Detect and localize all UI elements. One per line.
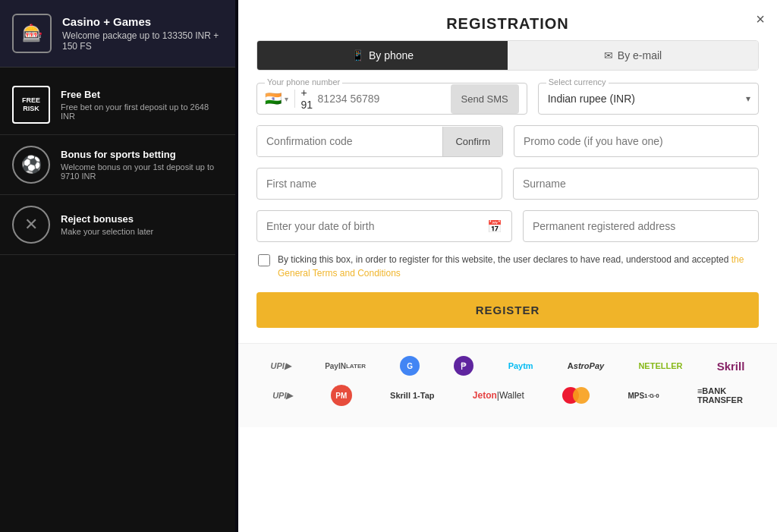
paytm-logo: Paytm <box>508 361 533 370</box>
modal-title: REGISTRATION <box>261 15 754 33</box>
astropay-logo: AstroPay <box>568 361 604 370</box>
confirmation-field: Confirm <box>256 125 503 157</box>
payment-section: UPI▶ PayINLATER G ₱ Paytm AstroPay NETEL… <box>238 343 777 427</box>
register-button[interactable]: REGISTER <box>256 292 759 328</box>
casino-title: Casino + Games <box>62 15 223 28</box>
terms-row: By ticking this box, in order to registe… <box>256 253 759 280</box>
terms-checkbox[interactable] <box>258 254 270 266</box>
free-bet-desc: Free bet on your first deposit up to 264… <box>61 102 223 121</box>
surname-input[interactable] <box>513 168 759 200</box>
chevron-down-icon: ▾ <box>285 95 288 103</box>
skrill-logo-1: Skrill <box>717 360 745 373</box>
registration-tabs: 📱 By phone ✉ By e-mail <box>256 40 759 71</box>
bonus-item-reject[interactable]: ✕ Reject bonuses Make your selection lat… <box>0 195 235 255</box>
phone-tab-icon: 📱 <box>351 49 364 61</box>
confirmation-promo-row: Confirm <box>256 125 759 157</box>
address-input[interactable] <box>523 210 759 242</box>
neteller-logo: NETELLER <box>638 361 682 370</box>
skrill-1tap-logo: Skrill 1-Tap <box>390 391 434 400</box>
dob-input[interactable] <box>266 211 487 241</box>
phone-tab-label: By phone <box>369 49 414 61</box>
sports-desc: Welcome bonus on your 1st deposit up to … <box>61 162 223 181</box>
currency-select[interactable]: Indian rupee (INR) <box>539 83 758 114</box>
upi-logo-1: UPI▶ <box>271 361 291 371</box>
email-tab-icon: ✉ <box>604 49 613 61</box>
mps-logo: MPS1·G·0 <box>628 392 659 400</box>
currency-label: Select currency <box>546 77 609 87</box>
promo-input[interactable] <box>514 125 759 157</box>
left-panel: 🎰 Casino + Games Welcome package up to 1… <box>0 0 235 532</box>
bank-transfer-logo: ≡BANKTRANSFER <box>697 386 743 405</box>
phone-label: Your phone number <box>265 77 342 87</box>
mastercard-logo <box>562 387 590 404</box>
registration-modal: REGISTRATION × 📱 By phone ✉ By e-mail Yo… <box>238 0 777 532</box>
send-sms-button[interactable]: Send SMS <box>451 84 519 114</box>
payment-row-2: UPI▶ PM Skrill 1-Tap Jeton|Wallet MPS1·G… <box>256 385 759 406</box>
country-code: + 91 <box>301 87 313 111</box>
casino-icon: 🎰 <box>12 14 52 53</box>
surname-field <box>513 168 759 200</box>
email-tab-label: By e-mail <box>618 49 662 61</box>
firstname-field <box>256 168 502 200</box>
bonus-item-free-bet[interactable]: FREERISK Free Bet Free bet on your first… <box>0 75 235 135</box>
reject-title: Reject bonuses <box>61 213 153 225</box>
casino-promo-header: 🎰 Casino + Games Welcome package up to 1… <box>0 0 235 68</box>
casino-subtitle: Welcome package up to 133350 INR + 150 F… <box>62 30 223 52</box>
pm-logo: PM <box>331 385 352 406</box>
phonepe-icon: ₱ <box>454 356 473 376</box>
name-row <box>256 168 759 200</box>
bonus-item-sports[interactable]: ⚽ Bonus for sports betting Welcome bonus… <box>0 135 235 195</box>
upi-logo-2: UPI▶ <box>272 391 292 401</box>
flag-icon: 🇮🇳 <box>265 90 282 107</box>
reject-icon: ✕ <box>12 206 50 244</box>
address-field <box>523 210 759 242</box>
gpay-icon: G <box>400 356 420 376</box>
jeton-logo: Jeton|Wallet <box>473 390 524 401</box>
phone-currency-row: Your phone number 🇮🇳 ▾ + 91 Send SMS Sel… <box>256 83 759 115</box>
firstname-input[interactable] <box>256 168 502 200</box>
payment-row-1: UPI▶ PayINLATER G ₱ Paytm AstroPay NETEL… <box>256 356 759 376</box>
tab-phone[interactable]: 📱 By phone <box>257 41 508 70</box>
modal-header: REGISTRATION × <box>238 0 777 40</box>
sports-title: Bonus for sports betting <box>61 149 223 160</box>
flag-selector[interactable]: 🇮🇳 ▾ <box>265 90 288 107</box>
confirmation-input[interactable] <box>257 126 442 156</box>
payin-logo: PayINLATER <box>325 362 366 370</box>
bonus-list: FREERISK Free Bet Free bet on your first… <box>0 68 235 263</box>
divider <box>294 90 295 108</box>
sports-icon: ⚽ <box>12 146 50 184</box>
phone-input[interactable] <box>318 93 451 105</box>
confirm-button[interactable]: Confirm <box>442 127 502 156</box>
free-bet-title: Free Bet <box>61 89 223 100</box>
reject-desc: Make your selection later <box>61 227 153 236</box>
calendar-icon[interactable]: 📅 <box>487 219 502 234</box>
dob-address-row: 📅 <box>256 210 759 242</box>
currency-field: Select currency Indian rupee (INR) ▾ <box>538 83 759 115</box>
registration-form: Your phone number 🇮🇳 ▾ + 91 Send SMS Sel… <box>238 83 777 343</box>
tab-email[interactable]: ✉ By e-mail <box>508 41 758 70</box>
phone-field: Your phone number 🇮🇳 ▾ + 91 Send SMS <box>256 83 527 115</box>
terms-text: By ticking this box, in order to registe… <box>278 253 757 280</box>
close-button[interactable]: × <box>756 11 765 28</box>
free-bet-icon: FREERISK <box>12 86 50 124</box>
dob-field: 📅 <box>256 210 512 242</box>
promo-field <box>514 125 759 157</box>
